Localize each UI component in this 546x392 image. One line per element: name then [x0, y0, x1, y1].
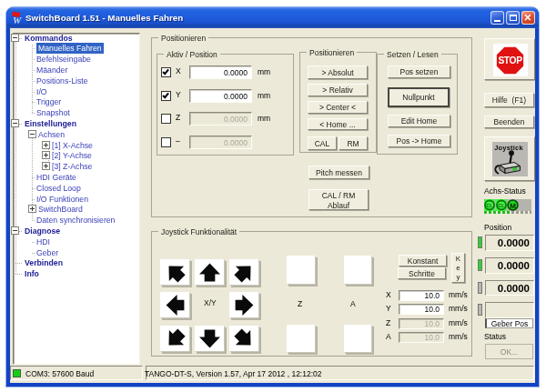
svg-text:STOP: STOP — [498, 55, 522, 65]
svg-text:CL: CL — [498, 203, 505, 208]
svg-text:CL: CL — [486, 203, 493, 208]
svg-text:M: M — [510, 202, 516, 210]
svg-text:W: W — [13, 15, 22, 25]
